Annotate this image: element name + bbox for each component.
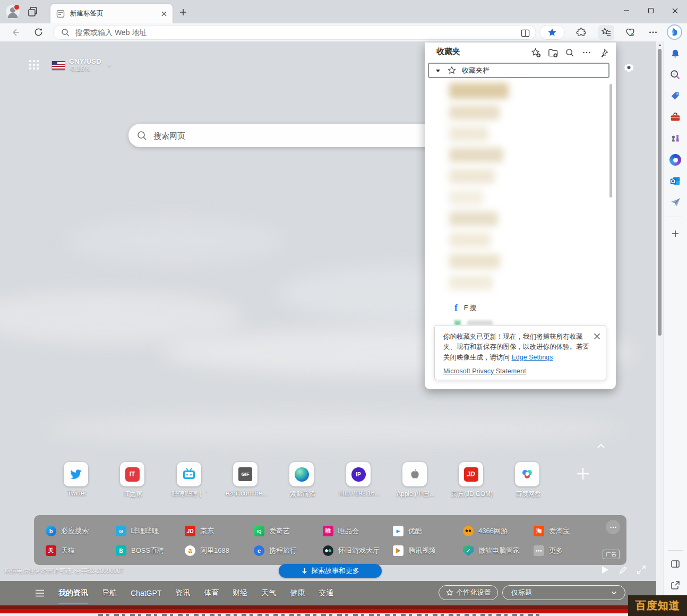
tab-weather[interactable]: 天气 <box>261 582 276 604</box>
quick-link-twitter[interactable] <box>64 462 88 486</box>
profile-avatar[interactable] <box>6 5 20 19</box>
sidebar-add-button[interactable] <box>669 227 682 240</box>
sidebar-toggle-button[interactable] <box>669 558 682 570</box>
explore-stories-button[interactable]: 探索故事和更多 <box>279 564 382 578</box>
display-mode-dropdown[interactable]: 仅标题 <box>502 585 625 600</box>
close-notice-icon[interactable] <box>594 333 600 340</box>
grid-link-boss[interactable]: B BOSS直聘 <box>116 545 164 557</box>
grid-link-youku[interactable]: ▶ 优酷 <box>393 525 422 537</box>
quick-link-bilibili[interactable] <box>177 462 201 486</box>
quick-link-label[interactable]: Twitter <box>49 490 105 497</box>
page-settings-button[interactable] <box>622 61 636 74</box>
page-scrollbar[interactable] <box>656 41 663 616</box>
grid-link-bilibili[interactable]: bi 哔哩哔哩 <box>116 525 159 537</box>
edge-settings-link[interactable]: Edge Settings <box>511 354 553 361</box>
split-screen-icon[interactable] <box>521 29 530 38</box>
edit-background-button[interactable] <box>619 566 628 575</box>
tab-my-feed[interactable]: 我的资讯 <box>58 582 88 604</box>
grid-link-iqiyi[interactable]: iQ 爱奇艺 <box>254 525 290 537</box>
grid-link-pc-manager[interactable]: ✓ 微软电脑管家 <box>463 545 520 557</box>
tab-sports[interactable]: 体育 <box>204 582 219 604</box>
expand-triangle-icon[interactable] <box>435 68 441 73</box>
quick-link-label[interactable]: 京东(JD.COM) <box>444 490 500 499</box>
scroll-up-arrow[interactable] <box>658 43 662 47</box>
ticker-banner[interactable] <box>0 609 656 613</box>
back-button[interactable] <box>11 28 20 37</box>
quick-link-apple[interactable] <box>402 462 427 486</box>
ntp-search-input[interactable] <box>152 131 377 141</box>
maximize-button[interactable] <box>639 0 663 21</box>
tab-navigation[interactable]: 导航 <box>102 582 117 604</box>
add-folder-button[interactable] <box>547 47 559 58</box>
extensions-button[interactable] <box>573 25 589 40</box>
minimize-button[interactable] <box>614 0 639 21</box>
grid-more-options-button[interactable] <box>606 520 620 534</box>
tab-close-icon[interactable] <box>161 11 167 17</box>
sidebar-tools-button[interactable] <box>669 111 682 124</box>
copilot-button[interactable] <box>666 24 683 40</box>
grid-link-1688[interactable]: a 阿里1688 <box>185 545 229 557</box>
sidebar-outlook-button[interactable] <box>669 175 682 187</box>
grid-link-bing[interactable]: b 必应搜索 <box>46 525 89 537</box>
browser-essentials-button[interactable] <box>622 25 638 40</box>
quick-link-edge-news[interactable] <box>289 462 314 486</box>
grid-link-4366[interactable]: 4366网游 <box>463 525 508 537</box>
quick-link-ithome[interactable]: IT <box>120 462 144 486</box>
quick-link-ezgif[interactable]: GIF <box>233 462 257 486</box>
favorites-bar-button[interactable] <box>598 25 614 40</box>
tab-organizer-icon[interactable] <box>27 6 39 18</box>
grid-link-retro-games[interactable]: 怀旧游戏大厅 <box>323 545 380 557</box>
sidebar-shopping-button[interactable] <box>669 90 682 102</box>
grid-link-tmall[interactable]: 天 天猫 <box>46 545 75 557</box>
settings-menu-button[interactable] <box>645 25 661 40</box>
favorites-bar-folder-row[interactable]: 收藏夹栏 <box>428 63 609 78</box>
panel-scrollbar-thumb[interactable] <box>609 84 612 198</box>
sidebar-games-button[interactable] <box>669 132 682 145</box>
favorite-item-fsou[interactable]: f F 搜 <box>454 303 476 313</box>
grid-link-vip[interactable]: 唯 唯品会 <box>323 525 359 537</box>
grid-link-jd[interactable]: JD 京东 <box>185 525 214 537</box>
quick-link-label[interactable]: ezgif.com fre... <box>219 490 274 497</box>
sidebar-notifications-button[interactable] <box>669 48 682 61</box>
quick-link-label[interactable]: 紧贴前沿 <box>275 490 330 499</box>
collapse-links-button[interactable] <box>596 442 606 450</box>
tab-traffic[interactable]: 交通 <box>319 582 333 604</box>
fullscreen-button[interactable] <box>637 566 646 574</box>
close-window-button[interactable] <box>663 0 687 21</box>
tab-finance[interactable]: 财经 <box>233 582 247 604</box>
quick-link-label[interactable]: 百度网盘 <box>501 490 556 499</box>
favorites-more-button[interactable] <box>581 47 592 58</box>
sidebar-m365-button[interactable] <box>669 153 682 166</box>
tab-health[interactable]: 健康 <box>290 582 305 604</box>
new-tab-button[interactable] <box>179 8 187 16</box>
autoplay-button[interactable] <box>600 565 609 575</box>
refresh-button[interactable] <box>33 27 44 37</box>
apps-grid-button[interactable] <box>28 58 40 71</box>
open-in-browser-button[interactable] <box>669 579 682 592</box>
sidebar-drop-button[interactable] <box>669 196 682 209</box>
favorite-star-button[interactable] <box>539 25 565 40</box>
address-input[interactable] <box>74 28 448 37</box>
currency-widget[interactable]: CNY/USD -0.16% <box>52 57 113 73</box>
privacy-statement-link[interactable]: Microsoft Privacy Statement <box>443 367 526 375</box>
sidebar-search-button[interactable] <box>669 69 682 81</box>
address-bar[interactable] <box>53 25 536 40</box>
quick-link-label[interactable]: http://192.16... <box>332 490 387 497</box>
tab-news[interactable]: 资讯 <box>175 582 190 604</box>
grid-link-more[interactable]: ⋯ 更多 <box>534 545 563 557</box>
grid-link-taobao[interactable]: 淘 爱淘宝 <box>534 525 570 537</box>
grid-link-tencent-video[interactable]: 腾讯视频 <box>393 545 436 557</box>
tab-chatgpt[interactable]: ChatGPT <box>131 583 161 604</box>
quick-link-label[interactable]: Apple (中国... <box>388 490 443 499</box>
quick-link-jd[interactable]: JD <box>459 462 483 486</box>
quick-link-label[interactable]: 哔哩哔哩 (゜ <box>162 490 218 499</box>
add-favorite-button[interactable] <box>530 47 542 58</box>
hamburger-menu-icon[interactable] <box>35 589 45 597</box>
quick-link-ip[interactable]: IP <box>346 462 371 486</box>
grid-link-ctrip[interactable]: c 携程旅行 <box>254 545 297 557</box>
quick-link-baidu-pan[interactable] <box>515 462 539 486</box>
search-favorites-button[interactable] <box>564 47 576 58</box>
pin-panel-button[interactable] <box>598 47 609 58</box>
add-quick-link-button[interactable] <box>574 465 591 482</box>
browser-tab[interactable]: 新建标签页 <box>50 4 173 23</box>
